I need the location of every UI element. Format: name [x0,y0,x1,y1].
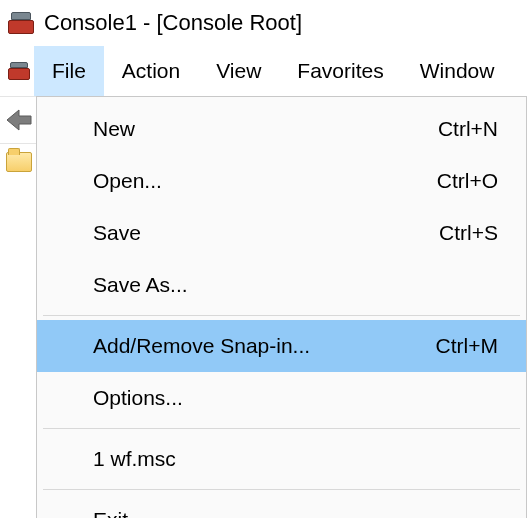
system-menu-icon[interactable] [0,62,34,80]
menu-item-new[interactable]: New Ctrl+N [37,103,526,155]
menu-file[interactable]: File [34,46,104,96]
menu-separator [43,315,520,316]
title-bar: Console1 - [Console Root] [0,0,527,46]
file-menu-dropdown: New Ctrl+N Open... Ctrl+O Save Ctrl+S Sa… [36,96,527,518]
menu-item-exit[interactable]: Exit [37,494,526,518]
menu-item-save[interactable]: Save Ctrl+S [37,207,526,259]
menu-item-open[interactable]: Open... Ctrl+O [37,155,526,207]
menu-item-add-remove-snap-in[interactable]: Add/Remove Snap-in... Ctrl+M [37,320,526,372]
menu-separator [43,489,520,490]
window-title: Console1 - [Console Root] [44,10,302,36]
back-arrow-icon[interactable] [4,107,34,133]
menu-view[interactable]: View [198,46,279,96]
menu-window[interactable]: Window [402,46,513,96]
app-icon [8,12,34,34]
menu-favorites[interactable]: Favorites [279,46,401,96]
folder-icon[interactable] [6,152,32,172]
menu-item-save-as[interactable]: Save As... [37,259,526,311]
menu-item-options[interactable]: Options... [37,372,526,424]
menu-item-recent-1[interactable]: 1 wf.msc [37,433,526,485]
menu-separator [43,428,520,429]
menu-action[interactable]: Action [104,46,198,96]
menu-bar: File Action View Favorites Window [0,46,527,96]
